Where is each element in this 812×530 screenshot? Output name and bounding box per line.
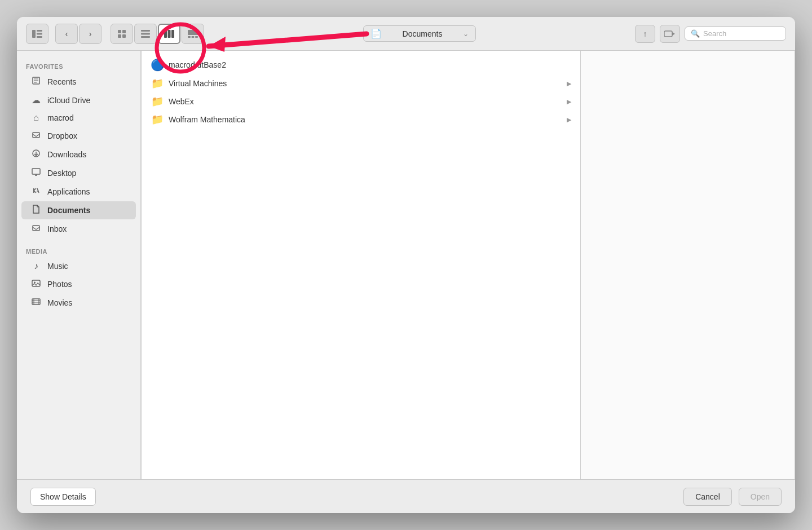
chevron-right-icon-wolfram: ▶	[567, 116, 571, 123]
footer: Show Details Cancel Open	[17, 479, 795, 513]
movies-icon	[30, 297, 42, 308]
sidebar-item-photos[interactable]: Photos	[21, 275, 136, 293]
column-view-button[interactable]	[158, 24, 180, 44]
sidebar-item-desktop[interactable]: Desktop	[21, 164, 136, 182]
svg-point-40	[34, 282, 36, 284]
sidebar-label-recents: Recents	[47, 77, 76, 86]
svg-rect-13	[141, 36, 150, 38]
desktop-icon	[30, 167, 42, 179]
toolbar-right: ↑ 🔍	[635, 25, 786, 43]
svg-marker-22	[672, 32, 675, 36]
svg-rect-7	[118, 30, 121, 33]
sidebar: Favorites Recents ☁ iCloud Drive ⌂ macro…	[17, 51, 141, 479]
svg-rect-15	[168, 30, 171, 38]
chevron-right-icon-webex: ▶	[567, 98, 571, 105]
nav-buttons: ‹ ›	[55, 24, 102, 44]
sidebar-item-dropbox[interactable]: Dropbox	[21, 127, 136, 145]
sidebar-label-downloads: Downloads	[47, 150, 86, 159]
breadcrumb-dropdown[interactable]: 📄 Documents ⌄	[363, 25, 476, 42]
footer-left: Show Details	[30, 488, 96, 506]
sidebar-label-dropbox: Dropbox	[47, 131, 77, 140]
sidebar-item-inbox[interactable]: Inbox	[21, 220, 136, 238]
sidebar-label-macrod: macrod	[47, 113, 74, 122]
sidebar-item-movies[interactable]: Movies	[21, 294, 136, 312]
svg-rect-8	[122, 30, 126, 33]
svg-rect-20	[195, 36, 198, 38]
back-button[interactable]: ‹	[55, 24, 78, 44]
file-item-webex[interactable]: 📁 WebEx ▶	[142, 92, 580, 111]
folder-icon: 📄	[370, 28, 382, 39]
svg-rect-11	[141, 30, 150, 32]
svg-rect-16	[171, 30, 174, 38]
share-button[interactable]: ↑	[635, 25, 655, 43]
forward-button[interactable]: ›	[79, 24, 102, 44]
icon-view-button[interactable]	[111, 24, 133, 44]
breadcrumb-label: Documents	[403, 29, 443, 38]
sidebar-item-applications[interactable]: Applications	[21, 183, 136, 201]
main-content: Favorites Recents ☁ iCloud Drive ⌂ macro…	[17, 51, 795, 479]
toolbar: ‹ ›	[17, 17, 795, 51]
tags-button[interactable]	[660, 25, 680, 43]
sidebar-label-music: Music	[47, 262, 68, 271]
folder-icon-virtual-machines: 📁	[151, 77, 164, 90]
open-button[interactable]: Open	[739, 488, 782, 506]
list-view-button[interactable]	[134, 24, 157, 44]
search-input[interactable]	[703, 29, 780, 38]
file-item-wolfram[interactable]: 📁 Wolfram Mathematica ▶	[142, 111, 580, 129]
sidebar-label-inbox: Inbox	[47, 224, 67, 233]
sidebar-item-macrod[interactable]: ⌂ macrod	[21, 109, 136, 126]
search-field[interactable]: 🔍	[685, 26, 786, 41]
sidebar-label-photos: Photos	[47, 280, 72, 289]
svg-rect-12	[141, 33, 150, 34]
breadcrumb-area: 📄 Documents ⌄	[218, 25, 621, 42]
favorites-section-label: Favorites	[17, 60, 140, 72]
svg-rect-18	[188, 36, 191, 38]
file-label-webex: WebEx	[169, 97, 194, 106]
chevron-down-icon: ⌄	[463, 30, 469, 38]
svg-rect-17	[188, 30, 198, 35]
preview-column	[581, 51, 795, 479]
open-dialog: ‹ ›	[17, 17, 795, 513]
applications-icon	[30, 186, 42, 197]
music-icon: ♪	[30, 261, 42, 271]
file-label-wolfram: Wolfram Mathematica	[169, 115, 245, 124]
svg-rect-30	[32, 169, 40, 174]
folder-icon-wolfram: 📁	[151, 113, 164, 126]
svg-rect-14	[164, 30, 167, 38]
downloads-icon	[30, 149, 42, 160]
svg-rect-10	[122, 34, 126, 38]
photos-icon	[30, 279, 42, 290]
home-icon: ⌂	[30, 113, 42, 123]
show-details-button[interactable]: Show Details	[30, 488, 96, 506]
sidebar-item-documents[interactable]: Documents	[21, 201, 136, 219]
file-item-macrod-dtbase2[interactable]: 🔵 macrod.dtBase2	[142, 55, 580, 74]
sidebar-label-movies: Movies	[47, 298, 72, 307]
cancel-button[interactable]: Cancel	[683, 488, 732, 506]
sidebar-item-icloud[interactable]: ☁ iCloud Drive	[21, 91, 136, 109]
documents-icon	[30, 205, 42, 216]
chevron-right-icon-virtual-machines: ▶	[567, 80, 571, 87]
sidebar-item-music[interactable]: ♪ Music	[21, 258, 136, 275]
search-icon: 🔍	[691, 29, 700, 38]
gallery-view-button[interactable]	[182, 24, 204, 44]
folder-icon-webex: 📁	[151, 95, 164, 108]
sidebar-toggle-button[interactable]	[26, 24, 48, 44]
view-buttons	[111, 24, 204, 44]
sidebar-item-recents[interactable]: Recents	[21, 73, 136, 91]
file-icon-dtbase2: 🔵	[151, 58, 164, 72]
svg-rect-41	[32, 299, 40, 304]
dropbox-icon	[30, 130, 42, 142]
svg-rect-3	[32, 30, 36, 38]
sidebar-item-downloads[interactable]: Downloads	[21, 145, 136, 164]
media-section-label: Media	[17, 245, 140, 257]
file-item-virtual-machines[interactable]: 📁 Virtual Machines ▶	[142, 74, 580, 92]
svg-line-36	[37, 188, 39, 193]
svg-rect-6	[37, 36, 42, 38]
sidebar-label-icloud: iCloud Drive	[47, 96, 90, 105]
sidebar-label-documents: Documents	[47, 206, 90, 215]
file-list: 🔵 macrod.dtBase2 📁 Virtual Machines ▶ 📁 …	[142, 51, 580, 479]
svg-rect-9	[118, 34, 121, 38]
svg-rect-19	[192, 36, 195, 38]
file-label-macrod-dtbase2: macrod.dtBase2	[169, 60, 226, 69]
icloud-icon: ☁	[30, 95, 42, 105]
